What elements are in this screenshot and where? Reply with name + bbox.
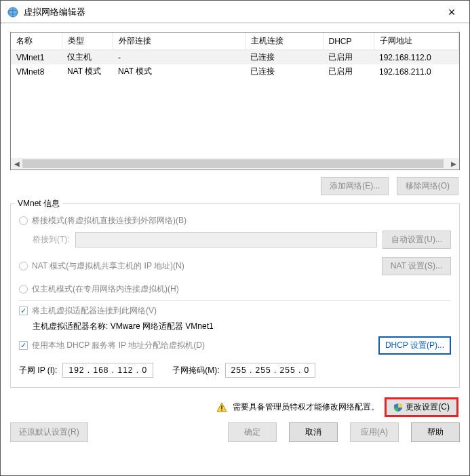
hostonly-radio bbox=[19, 285, 28, 294]
cancel-button[interactable]: 取消 bbox=[289, 422, 338, 442]
col-name[interactable]: 名称 bbox=[11, 33, 62, 50]
shield-icon bbox=[393, 403, 403, 412]
remove-network-button: 移除网络(O) bbox=[397, 177, 458, 195]
nat-radio bbox=[19, 262, 28, 271]
col-dhcp[interactable]: DHCP bbox=[323, 33, 374, 50]
subnet-ip-label: 子网 IP (I): bbox=[19, 365, 57, 376]
apply-button: 应用(A) bbox=[350, 422, 399, 442]
svg-rect-3 bbox=[222, 410, 223, 411]
use-dhcp-checkbox bbox=[19, 341, 28, 350]
table-row[interactable]: VMnet1 仅主机 - 已连接 已启用 192.168.112.0 bbox=[11, 50, 459, 65]
close-icon[interactable]: × bbox=[441, 5, 463, 20]
svg-rect-2 bbox=[222, 405, 223, 409]
restore-defaults-button: 还原默认设置(R) bbox=[10, 422, 88, 442]
add-network-button: 添加网络(E)... bbox=[321, 177, 389, 195]
auto-settings-button: 自动设置(U)... bbox=[383, 231, 451, 249]
hostonly-label: 仅主机模式(在专用网络内连接虚拟机)(H) bbox=[32, 283, 179, 295]
dhcp-settings-button[interactable]: DHCP 设置(P)... bbox=[378, 336, 451, 355]
table-row[interactable]: VMnet8 NAT 模式 NAT 模式 已连接 已启用 192.168.211… bbox=[11, 64, 459, 79]
network-table[interactable]: 名称 类型 外部连接 主机连接 DHCP 子网地址 VMnet1 仅主机 - 已… bbox=[10, 32, 460, 170]
col-ext[interactable]: 外部连接 bbox=[113, 33, 245, 50]
connect-host-label: 将主机虚拟适配器连接到此网络(V) bbox=[32, 305, 157, 317]
col-subnet[interactable]: 子网地址 bbox=[374, 33, 459, 50]
warning-icon bbox=[216, 402, 227, 413]
scroll-right-icon[interactable]: ▶ bbox=[448, 158, 459, 170]
scroll-left-icon[interactable]: ◀ bbox=[11, 158, 22, 170]
col-type[interactable]: 类型 bbox=[62, 33, 113, 50]
adapter-name-label: 主机虚拟适配器名称: VMware 网络适配器 VMnet1 bbox=[33, 321, 451, 332]
window-title: 虚拟网络编辑器 bbox=[24, 6, 441, 18]
bridged-radio bbox=[19, 216, 28, 225]
subnet-mask-field[interactable]: 255 . 255 . 255 . 0 bbox=[225, 363, 316, 378]
col-host[interactable]: 主机连接 bbox=[245, 33, 323, 50]
bridge-to-label: 桥接到(T): bbox=[33, 234, 70, 245]
use-dhcp-label: 使用本地 DHCP 服务将 IP 地址分配给虚拟机(D) bbox=[32, 340, 378, 351]
ok-button: 确定 bbox=[228, 422, 277, 442]
subnet-mask-label: 子网掩码(M): bbox=[172, 365, 219, 376]
bridge-to-combo bbox=[75, 232, 378, 247]
admin-warning-text: 需要具备管理员特权才能修改网络配置。 bbox=[233, 401, 379, 413]
horizontal-scrollbar[interactable]: ◀ ▶ bbox=[11, 158, 459, 170]
connect-host-checkbox bbox=[19, 306, 28, 315]
help-button[interactable]: 帮助 bbox=[411, 422, 460, 442]
app-icon bbox=[7, 7, 18, 18]
nat-settings-button: NAT 设置(S)... bbox=[382, 257, 451, 275]
subnet-ip-field[interactable]: 192 . 168 . 112 . 0 bbox=[62, 363, 153, 378]
bridged-label: 桥接模式(将虚拟机直接连接到外部网络)(B) bbox=[32, 215, 187, 226]
change-settings-button[interactable]: 更改设置(C) bbox=[385, 397, 458, 417]
nat-label: NAT 模式(与虚拟机共享主机的 IP 地址)(N) bbox=[32, 260, 382, 272]
vmnet-info-legend: VMnet 信息 bbox=[15, 198, 62, 210]
